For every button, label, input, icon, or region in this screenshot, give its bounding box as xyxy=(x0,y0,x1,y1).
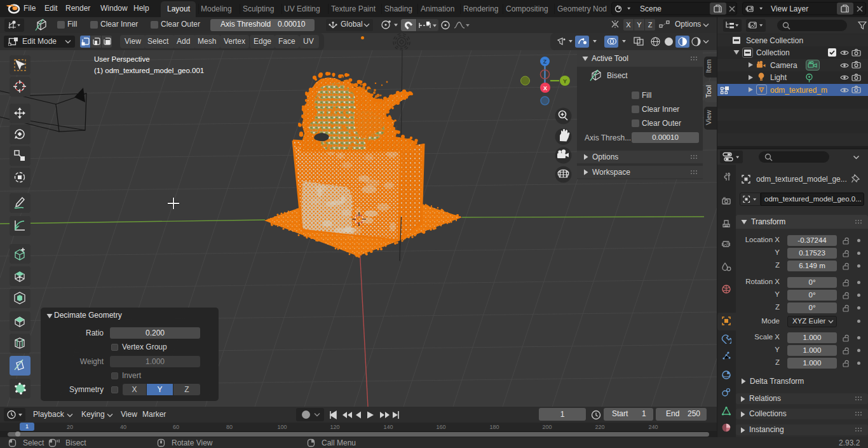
svg-text:User Perspective: User Perspective xyxy=(94,55,150,63)
svg-text:Z: Z xyxy=(543,58,547,65)
svg-text:X: X xyxy=(543,85,547,92)
svg-text:(1) odm_textured_model_geo.001: (1) odm_textured_model_geo.001 xyxy=(94,67,204,74)
svg-text:Y: Y xyxy=(563,78,567,85)
